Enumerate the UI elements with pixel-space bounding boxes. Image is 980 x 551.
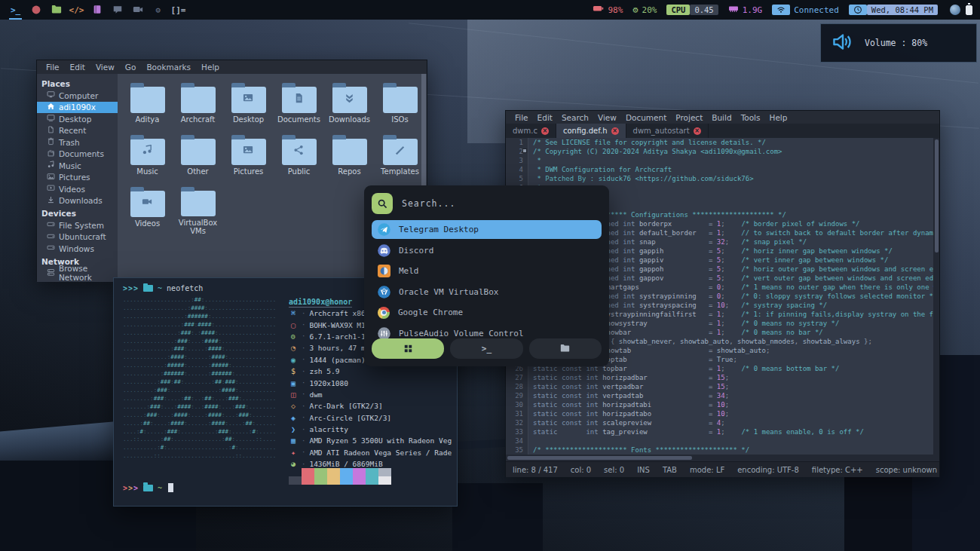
folder-item-public[interactable]: Public xyxy=(274,133,324,183)
workspace-documents-icon[interactable] xyxy=(90,0,103,20)
battery-percent: 98% xyxy=(608,5,623,15)
workspace-layout-indicator-icon[interactable]: []= xyxy=(172,0,185,20)
cpu-icon: ▦ xyxy=(289,436,298,445)
folder-item-desktop[interactable]: Desktop xyxy=(223,81,274,131)
sidebar-item-documents[interactable]: Documents xyxy=(37,148,118,161)
editor-menu-edit[interactable]: Edit xyxy=(533,112,557,123)
folder-icon xyxy=(181,139,216,165)
workspace-files-icon[interactable] xyxy=(50,0,63,20)
search-input[interactable]: Search... xyxy=(402,198,455,209)
sidebar-item-music[interactable]: Music xyxy=(37,160,118,172)
sidebar-item-label: File System xyxy=(59,221,104,230)
launcher-item-oracle-vm-virtualbox[interactable]: Oracle VM VirtualBox xyxy=(372,283,602,302)
sidebar-item-videos[interactable]: Videos xyxy=(37,183,118,195)
folder-item-virtualbox-vms[interactable]: VirtualBox VMs xyxy=(173,185,223,235)
folder-icon xyxy=(143,485,153,491)
sidebar-item-desktop[interactable]: Desktop xyxy=(37,113,118,125)
editor-vertical-scrollbar[interactable] xyxy=(933,138,939,455)
editor-menu-build[interactable]: Build xyxy=(707,112,736,123)
network-module[interactable]: Connected xyxy=(772,5,839,15)
sidebar-item-adi1090x[interactable]: adi1090x xyxy=(37,102,118,114)
neofetch-cpu-line: ▦·AMD Ryzen 5 3500U with Radeon Vega xyxy=(289,435,452,446)
workspace-terminal-icon[interactable]: >_ xyxy=(9,0,22,20)
editor-menu-file[interactable]: File xyxy=(510,112,533,123)
workspace-settings-icon[interactable]: ⚙ xyxy=(152,0,164,20)
sidebar-section-devices: Devices xyxy=(37,207,118,219)
separator-dot: · xyxy=(302,310,305,317)
editor-horizontal-scrollbar[interactable] xyxy=(506,455,939,461)
palette-swatch xyxy=(378,476,391,485)
folder-icon xyxy=(383,87,418,113)
editor-menu-tools[interactable]: Tools xyxy=(737,112,765,123)
workspace-chat-icon[interactable] xyxy=(111,0,124,20)
folder-item-music[interactable]: Music xyxy=(122,133,173,183)
workspace-browser-icon[interactable] xyxy=(29,0,42,20)
launcher-item-discord[interactable]: Discord xyxy=(372,241,602,260)
editor-menu-project[interactable]: Project xyxy=(671,112,707,123)
launcher-run-button[interactable]: >_ xyxy=(450,338,522,359)
editor-tab-dwm-c[interactable]: dwm.c× xyxy=(506,124,556,138)
fm-menu-file[interactable]: File xyxy=(41,62,64,72)
clock-text: Wed, 08:44 PM xyxy=(867,5,938,15)
folder-item-pictures[interactable]: Pictures xyxy=(223,133,274,183)
folder-item-templates[interactable]: Templates xyxy=(375,133,425,183)
launcher-item-telegram-desktop[interactable]: Telegram Desktop xyxy=(372,220,602,239)
sidebar-item-recent[interactable]: Recent xyxy=(37,125,118,137)
tab-close-icon[interactable]: × xyxy=(694,127,701,135)
tab-close-icon[interactable]: × xyxy=(611,127,619,135)
neofetch-shell-line: $·zsh 5.9 xyxy=(289,366,452,377)
launcher-item-google-chrome[interactable]: Google Chrome xyxy=(372,303,602,322)
folder-item-downloads[interactable]: Downloads xyxy=(324,81,375,131)
os-icon: ⌘ xyxy=(289,309,298,317)
folder-item-documents[interactable]: Documents xyxy=(274,81,324,131)
editor-menu-document[interactable]: Document xyxy=(621,112,671,123)
separator-dot: · xyxy=(302,356,305,363)
fm-menu-go[interactable]: Go xyxy=(121,62,141,72)
separator-dot: · xyxy=(302,379,305,387)
editor-statusbar: line: 8 / 417col: 0sel: 0INSTABmode: LFe… xyxy=(506,461,939,477)
sidebar-item-downloads[interactable]: Downloads xyxy=(37,195,118,207)
sidebar-item-pictures[interactable]: Pictures xyxy=(37,172,118,184)
folder-item-videos[interactable]: Videos xyxy=(122,185,173,235)
folder-label: Templates xyxy=(381,167,419,176)
fm-menu-edit[interactable]: Edit xyxy=(66,62,90,72)
sidebar-item-windows[interactable]: Windows xyxy=(37,243,118,255)
tab-close-icon[interactable]: × xyxy=(541,127,549,135)
editor-menu-help[interactable]: Help xyxy=(765,112,792,123)
neofetch-value: Arc-Circle [GTK2/3] xyxy=(309,414,391,422)
workspace-code-icon[interactable]: </> xyxy=(70,0,83,20)
palette-swatch xyxy=(340,476,353,485)
neofetch-value: 1436MiB / 6869MiB xyxy=(309,460,382,468)
separator-dot: · xyxy=(302,332,305,340)
fm-menu-view[interactable]: View xyxy=(91,62,119,72)
folder-item-repos[interactable]: Repos xyxy=(324,133,375,183)
folder-item-aditya[interactable]: Aditya xyxy=(122,81,173,131)
share-emblem-icon xyxy=(293,145,305,159)
folder-item-archcraft[interactable]: Archcraft xyxy=(173,81,223,131)
sidebar-item-ubuntucraft[interactable]: Ubuntucraft xyxy=(37,231,118,243)
editor-tab-config-def-h[interactable]: config.def.h× xyxy=(556,124,626,138)
editor-tab-dwm_autostart[interactable]: dwm_autostart× xyxy=(626,124,709,138)
editor-menu-search[interactable]: Search xyxy=(557,112,593,123)
launcher-files-button[interactable] xyxy=(529,338,602,359)
sidebar-item-file-system[interactable]: File System xyxy=(37,219,118,231)
tray-app-icon[interactable] xyxy=(950,5,960,15)
packages-icon: ◉ xyxy=(289,356,298,364)
fm-menu-bookmarks[interactable]: Bookmarks xyxy=(142,62,195,72)
sidebar-item-trash[interactable]: Trash xyxy=(37,136,118,148)
launcher-item-meld[interactable]: Meld xyxy=(372,262,602,280)
tray-battery-icon[interactable] xyxy=(966,5,972,15)
terminal-cursor xyxy=(168,483,173,492)
fold-marker[interactable] xyxy=(522,148,527,153)
workspace-media-icon[interactable] xyxy=(131,0,144,20)
fm-menu-help[interactable]: Help xyxy=(197,62,224,72)
folder-item-isos[interactable]: ISOs xyxy=(375,81,425,131)
sidebar-item-computer[interactable]: Computer xyxy=(37,90,118,102)
folder-item-other[interactable]: Other xyxy=(173,133,223,183)
editor-menu-view[interactable]: View xyxy=(593,112,621,123)
launcher-apps-button[interactable] xyxy=(372,338,444,359)
terminal-icon: ❯ xyxy=(289,425,298,433)
sidebar-item-browse-network[interactable]: Browse Network xyxy=(37,268,118,280)
launcher-item-label: PulseAudio Volume Control xyxy=(399,329,524,338)
launcher-search[interactable]: Search... xyxy=(372,192,602,215)
